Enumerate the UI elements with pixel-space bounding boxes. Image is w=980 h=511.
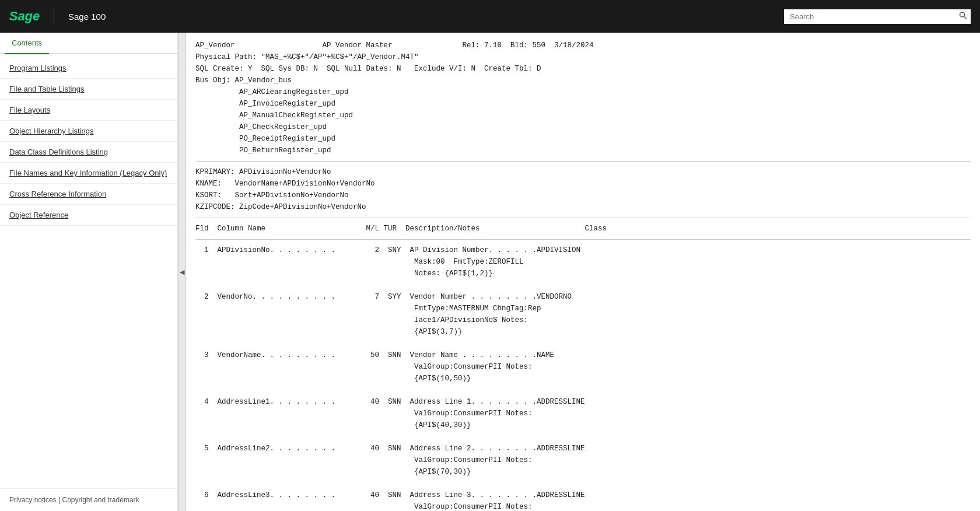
table-header-section: Fld Column Name M/L TUR Description/Note… <box>195 223 971 235</box>
sidebar-nav: Program Listings File and Table Listings… <box>0 54 177 488</box>
keys-section: KPRIMARY: APDivisionNo+VendorNo KNAME: V… <box>195 166 971 213</box>
search-input[interactable] <box>784 9 971 24</box>
sidebar-item-object-hierarchy[interactable]: Object Hierarchy Listings <box>0 121 177 142</box>
file-header-line1: AP_Vendor AP Vendor Master Rel: 7.10 Bld… <box>195 40 971 156</box>
sidebar-item-file-layouts[interactable]: File Layouts <box>0 100 177 121</box>
content-area: AP_Vendor AP Vendor Master Rel: 7.10 Bld… <box>186 33 980 511</box>
fields-content: 1 APDivisionNo. . . . . . . . 2 SNY AP D… <box>195 244 971 511</box>
svg-line-1 <box>964 17 967 19</box>
search-icon <box>959 12 967 20</box>
file-header-section: AP_Vendor AP Vendor Master Rel: 7.10 Bld… <box>195 40 971 156</box>
sidebar-footer: Privacy notices | Copyright and trademar… <box>0 488 177 511</box>
search-button[interactable] <box>959 12 967 22</box>
header-logo: Sage Sage 100 <box>9 7 106 26</box>
sage-logo-text: Sage <box>9 9 40 24</box>
search-container <box>784 9 971 24</box>
fields-section: 1 APDivisionNo. . . . . . . . 2 SNY AP D… <box>195 244 971 511</box>
content-inner: AP_Vendor AP Vendor Master Rel: 7.10 Bld… <box>186 33 980 511</box>
sidebar-item-data-class[interactable]: Data Class Definitions Listing <box>0 142 177 163</box>
app-header: Sage Sage 100 <box>0 0 980 33</box>
divider-2 <box>195 218 971 218</box>
table-header-content: Fld Column Name M/L TUR Description/Note… <box>195 223 971 235</box>
sidebar-item-file-names-key[interactable]: File Names and Key Information (Legacy O… <box>0 163 177 184</box>
tab-contents[interactable]: Contents <box>5 33 49 54</box>
sidebar-collapse-handle[interactable]: ◀ <box>178 33 186 511</box>
footer-text: Privacy notices | Copyright and trademar… <box>9 496 139 504</box>
main-layout: Contents Program Listings File and Table… <box>0 33 980 511</box>
sidebar-tabs: Contents <box>0 33 177 54</box>
header-divider <box>54 8 54 24</box>
keys-content: KPRIMARY: APDivisionNo+VendorNo KNAME: V… <box>195 166 971 213</box>
sidebar-item-object-reference[interactable]: Object Reference <box>0 205 177 226</box>
divider-3 <box>195 239 971 240</box>
sidebar: Contents Program Listings File and Table… <box>0 33 178 511</box>
sidebar-item-cross-reference[interactable]: Cross Reference Information <box>0 184 177 205</box>
divider-1 <box>195 161 971 162</box>
svg-point-0 <box>960 12 965 17</box>
app-name: Sage 100 <box>68 12 106 22</box>
sidebar-item-file-table-listings[interactable]: File and Table Listings <box>0 79 177 100</box>
collapse-arrow-icon: ◀ <box>180 268 184 276</box>
sage-logo-icon: Sage <box>9 7 40 26</box>
sidebar-item-program-listings[interactable]: Program Listings <box>0 58 177 79</box>
